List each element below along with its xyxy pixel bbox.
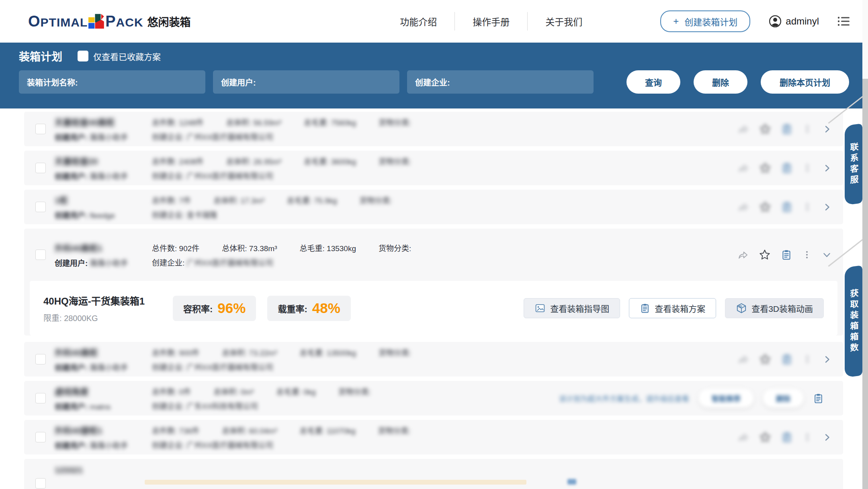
share-icon[interactable] [738,124,749,135]
plan-list: 天喜检查40高柜 创建用户: 薇薇小助手 总件数: 1248件 总体积: 56.… [0,108,843,489]
stat-volume: 总体积: 73.22m³ [222,347,277,358]
creator-company-filter-input[interactable]: 创建企业: [407,70,594,94]
view-guide-image-button[interactable]: 查看装箱指导图 [524,298,620,318]
row-checkbox[interactable] [35,393,46,403]
contact-support-label: 联系客服 [848,142,860,187]
favorite-star-icon[interactable] [759,249,771,261]
stat-category: 货物分类: [379,117,411,127]
load-rate-value: 48% [312,300,340,316]
stat-weight: 总毛重: 75.9kg [287,194,337,205]
plan-title: 外科40高柜1 [55,241,146,254]
chevron-right-icon[interactable] [822,202,832,212]
plan-note-link[interactable]: 该计划为超大件方案生成，请升级后查看 [559,393,689,403]
container-detail-panel: 40HQ海运-干货集装箱1 限重: 28000KG 容积率: 96% 载重率: … [30,281,837,336]
favorite-star-icon[interactable] [759,353,771,365]
copy-plan-icon[interactable] [781,123,792,135]
row-checkbox[interactable] [35,354,46,364]
chevron-right-icon[interactable] [822,124,832,134]
more-options-icon[interactable] [802,124,812,134]
plan-name-filter-label: 装箱计划名称: [27,76,78,88]
stat-volume: 总体积: 0m³ [213,386,254,397]
user-value: fleedge [90,211,115,220]
row-action-button-2[interactable]: 删除 [763,389,803,407]
stat-pieces: 总件数: 0件 [152,386,191,397]
share-icon[interactable] [738,163,749,174]
share-icon[interactable] [738,202,749,213]
user-value: 薇薇小助手 [90,172,128,181]
weight-limit: 限重: 28000KG [43,312,173,323]
plan-row: 外科40瑟柜1 创建用户: 薇薇小助手 总件数: 736件 总体积: 60.04… [24,420,843,454]
volume-rate-chip: 容积率: 96% [173,296,256,321]
favorites-only-checkbox[interactable]: 仅查看已收藏方案 [78,50,161,62]
plan-title: 虚线角度 [55,385,146,397]
header-right: + 创建装箱计划 adminyl [660,10,850,32]
more-options-icon[interactable] [802,202,812,212]
favorite-star-icon[interactable] [759,123,771,135]
stat-pieces: 总件数: 2408件 [152,155,204,166]
create-plan-button[interactable]: + 创建装箱计划 [660,10,750,32]
svg-text:3D: 3D [739,305,742,308]
row-checkbox[interactable] [35,432,46,442]
creator-user-filter-input[interactable]: 创建用户: [213,70,399,94]
image-icon [534,303,546,313]
nav-item-features[interactable]: 功能介绍 [382,12,454,31]
copy-plan-icon[interactable] [781,249,792,260]
plan-company: 创建企业: 广州XX医疗器械有限公司 [152,361,731,372]
more-options-icon[interactable] [802,432,812,442]
nav-item-manual[interactable]: 操作手册 [454,12,527,31]
copy-plan-icon[interactable] [781,354,792,365]
get-box-count-tab[interactable]: 获取装箱箱数 [845,265,862,377]
copy-plan-icon[interactable] [813,393,824,404]
copy-plan-icon[interactable] [781,432,792,443]
view-3d-animation-button[interactable]: 3D 查看3D装箱动画 [725,298,824,318]
share-icon[interactable] [737,250,749,260]
stat-volume: 总体积: 17.3m³ [213,194,264,205]
logo-cube-icon [88,12,104,30]
company-value: 金卡瑞隆 [187,211,217,219]
chevron-right-icon[interactable] [822,354,832,364]
contact-support-tab[interactable]: 联系客服 [845,123,862,205]
chevron-right-icon[interactable] [822,163,832,173]
row-action-button-1[interactable]: 智能推荐 [699,389,753,407]
more-options-icon[interactable] [802,354,812,364]
plan-row: 虚线角度 创建用户: matns 总件数: 0件 总体积: 0m³ 总毛重: 0… [24,381,843,415]
stat-category: 货物分类: [379,347,411,358]
user-menu[interactable]: adminyl [769,15,819,28]
favorite-star-icon[interactable] [759,201,771,213]
query-button[interactable]: 查询 [626,70,680,94]
nav-item-about[interactable]: 关于我们 [527,12,600,31]
app-logo[interactable]: OOptimalPTIMAL PPackACK 悠闲装箱 [28,12,191,30]
plan-creator: 创建用户: fleedge [55,209,146,220]
row-checkbox[interactable] [35,202,46,212]
plan-company: 创建企业: 广州XX医疗器械有限公司 [152,439,731,450]
row-checkbox[interactable] [35,124,46,134]
copy-plan-icon[interactable] [781,162,792,174]
user-value: 薇薇小助手 [90,442,128,450]
favorite-star-icon[interactable] [759,431,771,443]
delete-page-button[interactable]: 删除本页计划 [761,70,849,94]
user-label: 创建用户: [55,172,88,181]
plan-row: 外科40高柜1 创建用户: 薇薇小助手 总件数: 902件 总体积: 73.38… [24,229,843,336]
row-checkbox[interactable] [35,163,46,173]
user-label: 创建用户: [55,364,88,372]
plan-row: 123321 创建用户: 总件数: 总体积: 总毛重: 货物分类: 创建企业: [24,459,843,489]
plan-creator: 创建用户: 薇薇小助手 [55,257,146,268]
row-checkbox[interactable] [35,250,46,260]
chevron-right-icon[interactable] [822,432,832,442]
share-icon[interactable] [738,354,749,365]
stat-volume: 总体积: 26.95m³ [226,155,281,166]
view-plan-button[interactable]: 查看装箱方案 [629,298,716,318]
more-options-icon[interactable] [802,250,812,260]
share-icon[interactable] [738,432,749,443]
stat-volume: 总体积: 60.04m³ [222,425,277,436]
favorite-star-icon[interactable] [759,162,771,174]
app-header: OOptimalPTIMAL PPackACK 悠闲装箱 功能介绍 操作手册 关… [0,0,868,43]
plan-name-filter-input[interactable]: 装箱计划名称: [19,70,205,94]
scrollbar-thumb[interactable] [862,79,868,489]
copy-plan-icon[interactable] [781,201,792,213]
list-menu-icon[interactable] [837,16,850,27]
more-options-icon[interactable] [802,163,812,173]
stat-volume: 总体积: 73.38m³ [222,242,277,253]
chevron-down-icon[interactable] [822,250,832,260]
delete-button[interactable]: 删除 [694,70,747,94]
